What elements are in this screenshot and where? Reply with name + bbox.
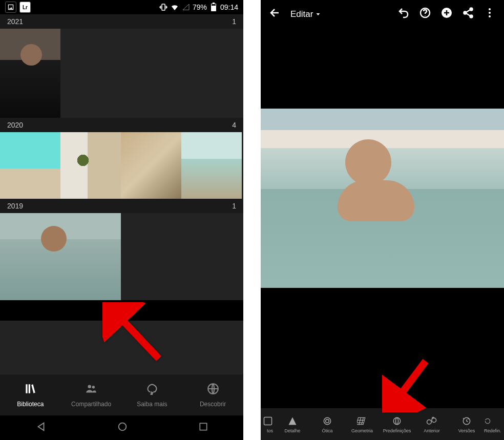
nav-saiba-mais[interactable]: Saiba mais	[122, 374, 183, 415]
svg-point-4	[88, 385, 92, 388]
tool-label: tos	[267, 428, 273, 433]
lightroom-app-icon: Lr	[19, 2, 31, 13]
tool-label: Versões	[458, 428, 475, 433]
svg-rect-18	[264, 417, 272, 425]
svg-point-20	[326, 419, 329, 423]
library-icon	[24, 382, 37, 399]
year-header-2020[interactable]: 2020 4	[0, 118, 243, 132]
photo-thumbnail[interactable]	[60, 132, 121, 199]
photo-thumbnail[interactable]	[181, 132, 242, 199]
svg-point-21	[393, 417, 400, 424]
discover-icon	[206, 382, 220, 399]
status-bar: Lr 79% 09:14	[0, 0, 243, 14]
tool-label: Geometria	[351, 428, 373, 433]
year-count: 1	[232, 202, 236, 210]
nav-label: Compartilhado	[71, 401, 111, 408]
back-button[interactable]	[35, 421, 47, 434]
home-button[interactable]	[117, 421, 128, 434]
svg-point-16	[489, 12, 491, 14]
nav-label: Biblioteca	[17, 401, 44, 408]
wifi-icon	[170, 3, 179, 12]
year-label: 2020	[7, 121, 23, 129]
svg-point-5	[92, 386, 95, 388]
signal-icon	[181, 3, 191, 12]
year-count: 1	[232, 17, 236, 26]
editor-title: Editar	[290, 9, 313, 19]
battery-icon	[209, 3, 218, 12]
svg-point-22	[427, 420, 432, 424]
help-icon[interactable]	[419, 7, 431, 22]
photo-thumbnail[interactable]	[121, 132, 181, 199]
tool-otica[interactable]: Ótica	[310, 408, 345, 440]
svg-point-7	[118, 423, 126, 431]
nav-descobrir[interactable]: Descobrir	[182, 374, 243, 415]
effects-icon	[263, 415, 273, 427]
geometry-icon	[357, 415, 367, 427]
library-view: 2021 1 2020 4 2019 1	[0, 14, 243, 374]
clock: 09:14	[220, 3, 238, 11]
editor-mode-dropdown[interactable]: Editar	[290, 9, 321, 19]
tool-anterior[interactable]: Anterior	[414, 408, 449, 440]
tool-redefinir[interactable]: Redefin.	[484, 408, 501, 440]
reset-icon	[484, 415, 491, 427]
year-label: 2019	[7, 202, 23, 210]
svg-rect-3	[212, 4, 216, 6]
presets-icon	[392, 415, 402, 427]
tool-label: Anterior	[424, 428, 440, 433]
chevron-down-icon	[315, 11, 321, 17]
tool-predefinicoes[interactable]: Predefinições	[380, 408, 414, 440]
optics-icon	[322, 415, 332, 427]
bottom-nav: Biblioteca Compartilhado Saiba mais Desc…	[0, 374, 243, 415]
nav-label: Saiba mais	[137, 401, 167, 408]
svg-point-15	[489, 8, 491, 10]
svg-rect-0	[162, 4, 165, 10]
vibrate-icon	[159, 3, 168, 12]
year-label: 2021	[7, 17, 23, 26]
back-arrow-icon[interactable]	[269, 7, 281, 22]
tool-geometria[interactable]: Geometria	[345, 408, 380, 440]
nav-label: Descobrir	[200, 401, 226, 408]
tool-versoes[interactable]: Versões	[449, 408, 484, 440]
recents-button[interactable]	[198, 422, 208, 434]
nav-biblioteca[interactable]: Biblioteca	[0, 374, 61, 415]
learn-icon	[145, 382, 159, 399]
photo-preview[interactable]	[261, 29, 504, 408]
previous-icon	[426, 415, 438, 427]
gallery-app-icon	[5, 2, 16, 13]
svg-point-19	[324, 417, 330, 424]
tool-label: Redefin.	[484, 428, 501, 433]
add-icon[interactable]	[440, 7, 453, 22]
battery-percent: 79%	[193, 3, 207, 11]
year-header-2021[interactable]: 2021 1	[0, 14, 243, 29]
svg-point-23	[432, 418, 436, 423]
editor-top-bar: Editar	[261, 0, 504, 29]
versions-icon	[461, 415, 472, 427]
android-nav-bar	[0, 415, 243, 440]
svg-rect-2	[213, 3, 215, 4]
year-header-2019[interactable]: 2019 1	[0, 199, 243, 213]
photo-canvas	[261, 109, 504, 288]
photo-thumbnail[interactable]	[0, 132, 60, 199]
photo-thumbnail[interactable]	[0, 213, 121, 300]
share-icon[interactable]	[462, 7, 474, 22]
shared-icon	[85, 382, 98, 399]
tool-label: Predefinições	[383, 428, 411, 433]
undo-icon[interactable]	[397, 7, 410, 22]
tool-label: Detalhe	[284, 428, 300, 433]
editor-tool-strip[interactable]: tos Detalhe Ótica Geometria Predefiniçõe…	[261, 408, 504, 440]
svg-rect-8	[200, 423, 206, 430]
photo-thumbnail[interactable]	[0, 29, 60, 118]
svg-point-17	[489, 15, 491, 17]
year-count: 4	[232, 121, 236, 129]
detail-icon	[287, 415, 298, 427]
tool-detalhe[interactable]: Detalhe	[275, 408, 310, 440]
tool-label: Ótica	[322, 428, 332, 433]
more-icon[interactable]	[484, 7, 496, 22]
tool-effects-partial[interactable]: tos	[261, 408, 275, 440]
nav-compartilhado[interactable]: Compartilhado	[61, 374, 122, 415]
